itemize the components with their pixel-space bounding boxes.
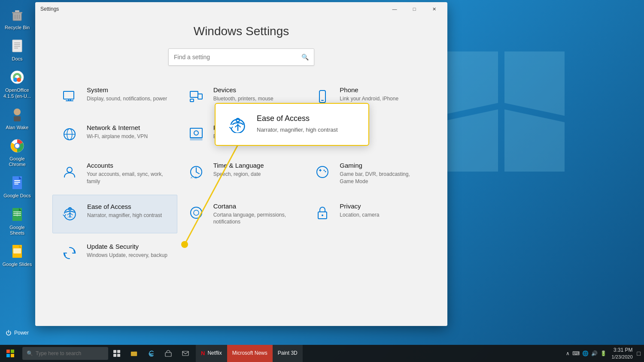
- netflix-label: Netflix: [207, 350, 222, 356]
- search-button[interactable]: 🔍: [301, 54, 309, 60]
- store-button[interactable]: [160, 345, 177, 362]
- docs-label: Docs: [12, 56, 22, 62]
- clock-time: 3:31 PM: [612, 347, 633, 354]
- desktop-icon-google-slides[interactable]: Google Slides: [0, 240, 34, 270]
- desktop-icon-recycle-bin[interactable]: Recycle Bin: [0, 3, 34, 33]
- svg-rect-42: [190, 99, 194, 102]
- taskbar-app-netflix[interactable]: N Netflix: [196, 345, 227, 362]
- system-desc: Display, sound, notifications, power: [87, 95, 167, 103]
- system-clock[interactable]: 3:31 PM 1/23/2020: [612, 347, 633, 360]
- svg-rect-78: [165, 353, 171, 356]
- mail-button[interactable]: [177, 345, 194, 362]
- paint-label: Paint 3D: [278, 350, 298, 356]
- power-button[interactable]: Power: [0, 325, 34, 341]
- google-chrome-label: Google Chrome: [2, 156, 32, 167]
- svg-rect-40: [190, 91, 198, 97]
- desktop-sidebar: Recycle Bin Docs OpenOffice 4.1.5: [0, 0, 34, 345]
- svg-point-62: [194, 210, 199, 215]
- ease-of-access-icon: [60, 203, 80, 223]
- tray-network-icon[interactable]: 🌐: [582, 350, 589, 356]
- svg-point-57: [317, 166, 328, 178]
- settings-item-gaming[interactable]: Gaming Game bar, DVR, broadcasting, Game…: [305, 154, 430, 193]
- phone-desc: Link your Android, iPhone: [340, 95, 398, 103]
- edge-button[interactable]: [143, 345, 160, 362]
- svg-point-61: [191, 207, 202, 218]
- window-title: Settings: [39, 6, 385, 12]
- settings-item-accounts[interactable]: Accounts Your accounts, email, sync, wor…: [52, 154, 177, 193]
- tray-battery-icon[interactable]: 🔋: [600, 350, 607, 356]
- taskbar-search-input[interactable]: [36, 350, 104, 356]
- settings-item-system[interactable]: System Display, sound, notifications, po…: [52, 78, 177, 115]
- svg-rect-21: [14, 116, 21, 121]
- window-body: Windows Settings 🔍: [35, 16, 447, 326]
- settings-item-update-security[interactable]: Update & Security Windows Update, recove…: [52, 235, 177, 271]
- svg-point-24: [15, 144, 19, 148]
- google-slides-icon: [9, 243, 26, 260]
- svg-rect-28: [14, 184, 18, 184]
- desktop-icon-docs[interactable]: Docs: [0, 35, 34, 64]
- settings-item-privacy[interactable]: Privacy Location, camera: [305, 195, 430, 234]
- desktop-icon-openoffice[interactable]: OpenOffice 4.1.5 (en-U...: [0, 66, 34, 101]
- update-security-desc: Windows Update, recovery, backup: [87, 252, 167, 259]
- search-input[interactable]: [174, 54, 301, 60]
- svg-rect-48: [190, 128, 202, 138]
- start-button[interactable]: [0, 345, 21, 362]
- google-sheets-icon: [9, 206, 26, 223]
- google-chrome-icon: [9, 137, 26, 154]
- svg-rect-49: [190, 138, 202, 140]
- svg-rect-26: [14, 180, 20, 181]
- svg-rect-75: [117, 354, 120, 357]
- devices-name: Devices: [213, 86, 273, 94]
- settings-item-time-language[interactable]: A 文 Time & Language Speech, region, date: [179, 154, 304, 193]
- cortana-name: Cortana: [213, 202, 297, 210]
- svg-rect-5: [12, 12, 22, 13]
- tooltip-icon: [228, 114, 248, 135]
- cortana-icon: [186, 202, 207, 223]
- close-button[interactable]: ✕: [424, 2, 444, 16]
- settings-item-cortana[interactable]: Cortana Cortana language, permissions, n…: [179, 195, 304, 234]
- gaming-desc: Game bar, DVR, broadcasting, Game Mode: [340, 171, 423, 185]
- desktop-icon-google-docs[interactable]: Google Docs: [0, 172, 34, 201]
- settings-item-network[interactable]: Network & Internet Wi-Fi, airplane mode,…: [52, 116, 177, 152]
- alan-wake-icon: [9, 106, 26, 123]
- tray-up-arrow-icon[interactable]: ∧: [566, 350, 570, 356]
- tray-speaker-icon[interactable]: 🔊: [591, 350, 598, 356]
- gaming-name: Gaming: [340, 162, 423, 169]
- system-icon: [59, 86, 80, 107]
- msnews-label: Microsoft News: [232, 350, 267, 356]
- svg-rect-68: [6, 350, 10, 353]
- maximize-button[interactable]: □: [404, 2, 424, 16]
- time-language-icon: A 文: [186, 162, 207, 182]
- svg-rect-73: [117, 350, 120, 353]
- svg-text:文: 文: [194, 176, 197, 179]
- google-docs-icon: [9, 174, 26, 191]
- svg-rect-6: [15, 10, 19, 12]
- openoffice-label: OpenOffice 4.1.5 (en-U...: [2, 87, 32, 99]
- svg-marker-1: [504, 51, 565, 116]
- file-explorer-button[interactable]: [125, 345, 143, 362]
- taskbar-search[interactable]: 🔍: [22, 347, 108, 360]
- svg-rect-36: [64, 91, 74, 99]
- accounts-name: Accounts: [87, 162, 170, 169]
- devices-icon: [186, 86, 207, 107]
- desktop-icon-google-chrome[interactable]: Google Chrome: [0, 135, 34, 170]
- svg-point-64: [322, 214, 323, 216]
- tray-keyboard-icon[interactable]: ⌨: [572, 350, 580, 356]
- desktop-icon-google-sheets[interactable]: Google Sheets: [0, 203, 34, 238]
- taskbar: 🔍: [0, 345, 644, 362]
- task-view-button[interactable]: [108, 345, 125, 362]
- privacy-icon: [312, 202, 333, 223]
- taskbar-app-msnews[interactable]: Microsoft News: [227, 345, 273, 362]
- notification-icon[interactable]: □: [637, 350, 641, 357]
- settings-window: Settings — □ ✕ Windows Settings 🔍: [35, 2, 447, 326]
- svg-rect-76: [131, 352, 137, 356]
- google-slides-label: Google Slides: [3, 262, 32, 267]
- ease-of-access-name: Ease of Access: [87, 203, 162, 210]
- svg-rect-70: [6, 354, 10, 357]
- desktop-icon-alan-wake[interactable]: Alan Wake: [0, 103, 34, 133]
- minimize-button[interactable]: —: [385, 2, 404, 16]
- openoffice-icon: [9, 69, 26, 86]
- settings-item-ease-of-access[interactable]: Ease of Access Narrator, magnifier, high…: [52, 195, 177, 234]
- taskbar-app-paint[interactable]: Paint 3D: [273, 345, 303, 362]
- svg-point-51: [67, 167, 72, 172]
